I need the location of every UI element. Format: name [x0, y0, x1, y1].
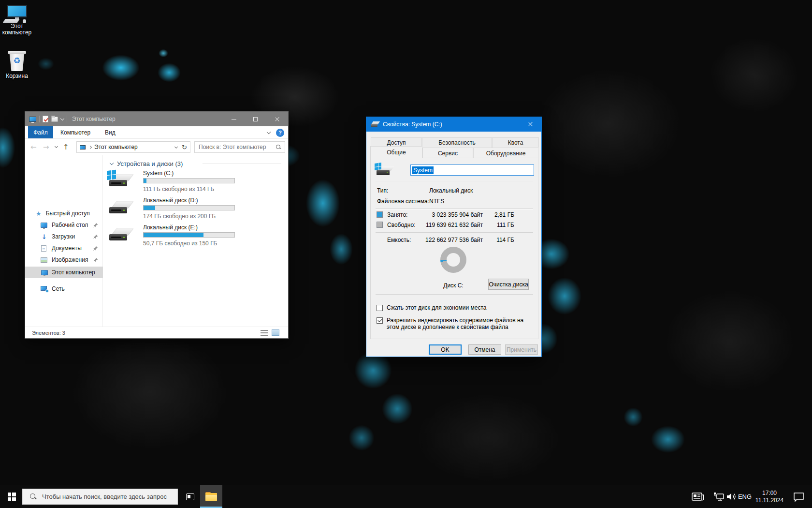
cancel-button[interactable]: Отмена: [468, 344, 501, 355]
sidebar-item-documents[interactable]: Документы: [25, 242, 103, 254]
properties-icon[interactable]: [43, 116, 48, 122]
disk-label: Диск C:: [429, 282, 478, 289]
task-view-button[interactable]: [179, 485, 201, 508]
capacity-bytes: 122 662 977 536 байт: [419, 237, 483, 243]
tab-row-front: Общие Сервис Оборудование: [370, 148, 538, 158]
minimize-button[interactable]: [223, 112, 245, 126]
network-button[interactable]: [712, 485, 726, 508]
volume-name-input[interactable]: System: [410, 164, 534, 176]
up-icon[interactable]: ↑: [63, 144, 69, 151]
hard-drive-icon: [109, 174, 131, 190]
menu-file[interactable]: Файл: [28, 126, 53, 138]
allow-indexing-checkbox[interactable]: [377, 317, 383, 324]
used-size: 2,81 ГБ: [485, 211, 514, 218]
tab-quota[interactable]: Квота: [492, 137, 539, 148]
filesystem-value: NTFS: [429, 198, 444, 205]
forward-icon[interactable]: →: [43, 144, 49, 151]
drive-usage-bar: [143, 205, 235, 210]
clock-date: 11.11.2024: [750, 497, 789, 504]
filesystem-label: Файловая система:: [377, 198, 429, 205]
tab-security[interactable]: Безопасность: [422, 137, 492, 148]
thumbnails-view-icon[interactable]: [272, 329, 279, 336]
free-bytes: 119 639 621 632 байт: [419, 222, 483, 228]
help-icon[interactable]: ?: [276, 129, 284, 137]
explorer-search-input[interactable]: [195, 142, 285, 152]
action-center-icon: [793, 492, 804, 502]
drive-usage-bar: [143, 232, 235, 238]
windows-start-icon: [8, 493, 16, 501]
drive-item-d[interactable]: Локальный диск (D:) 174 ГБ свободно из 2…: [109, 197, 274, 222]
drive-item-c[interactable]: System (C:) 111 ГБ свободно из 114 ГБ: [109, 170, 274, 195]
drive-free-space: 50,7 ГБ свободно из 150 ГБ: [143, 240, 218, 247]
menu-computer[interactable]: Компьютер: [53, 126, 98, 138]
separator: [376, 232, 533, 233]
ok-button[interactable]: OK: [429, 344, 462, 355]
sidebar-item-quick-access[interactable]: ★ Быстрый доступ: [25, 208, 103, 219]
apply-button[interactable]: Применить: [505, 344, 538, 355]
refresh-icon[interactable]: ↻: [182, 144, 187, 151]
desktop-icon-recycle-bin[interactable]: ♻ Корзина: [0, 51, 33, 79]
news-widget-button[interactable]: [690, 485, 706, 508]
sidebar-item-this-pc[interactable]: Этот компьютер: [25, 267, 103, 278]
explorer-search-box[interactable]: [194, 141, 285, 153]
sidebar-item-network[interactable]: Сеть: [25, 283, 103, 295]
collapse-group-chevron-icon[interactable]: [110, 161, 114, 165]
properties-dialog: Свойства: System (C:) Доступ Безопасност…: [366, 117, 542, 357]
tab-hardware[interactable]: Оборудование: [473, 148, 538, 158]
action-center-button[interactable]: [791, 485, 806, 508]
compress-drive-checkbox[interactable]: [377, 305, 383, 311]
tab-page-general: System Тип: Локальный диск Файловая сист…: [370, 158, 538, 339]
computer-icon: [29, 117, 36, 122]
address-dropdown-chevron-icon[interactable]: [174, 145, 178, 148]
tab-tools[interactable]: Сервис: [422, 148, 473, 158]
used-label: Занято:: [387, 211, 407, 218]
drive-item-e[interactable]: Локальный диск (E:) 50,7 ГБ свободно из …: [109, 224, 274, 249]
picture-icon: [41, 257, 47, 263]
address-bar[interactable]: Этот компьютер ↻: [76, 141, 190, 153]
sidebar-item-downloads[interactable]: ↓ Загрузки: [25, 231, 103, 242]
back-icon[interactable]: ←: [30, 144, 37, 151]
dialog-titlebar[interactable]: Свойства: System (C:): [366, 117, 541, 132]
sidebar-item-pictures[interactable]: Изображения: [25, 254, 103, 266]
drive-usage-bar: [143, 178, 235, 183]
taskbar-search-input[interactable]: [23, 489, 177, 504]
maximize-button[interactable]: [245, 112, 266, 126]
sidebar-item-desktop[interactable]: Рабочий стол: [25, 219, 103, 231]
customize-toolbar-chevron-icon[interactable]: [60, 117, 64, 120]
type-value: Локальный диск: [429, 187, 473, 194]
taskbar-search-box[interactable]: [22, 489, 178, 505]
sidebar-item-label: Рабочий стол: [52, 222, 88, 228]
quick-access-toolbar: [25, 116, 67, 122]
breadcrumb[interactable]: Этот компьютер: [94, 144, 175, 150]
hard-drive-icon: [109, 228, 131, 244]
dialog-close-button[interactable]: [520, 117, 541, 131]
group-header-rule: [203, 164, 281, 164]
drive-free-space: 174 ГБ свободно из 200 ГБ: [143, 213, 216, 220]
menu-view[interactable]: Вид: [98, 126, 123, 138]
star-icon: ★: [36, 210, 42, 217]
start-button[interactable]: [0, 485, 23, 508]
expand-ribbon-chevron-icon[interactable]: [267, 130, 271, 134]
drive-name: Локальный диск (D:): [143, 197, 198, 204]
desktop-icon-label: Этот компьютер: [0, 23, 33, 36]
taskbar: ENG 17:00 11.11.2024: [0, 485, 812, 508]
recent-locations-chevron-icon[interactable]: [55, 145, 58, 148]
tab-general[interactable]: Общие: [370, 146, 422, 158]
allow-indexing-label: Разрешить индексировать содержимое файло…: [387, 317, 533, 330]
desktop-icon-this-pc[interactable]: Этот компьютер: [0, 5, 33, 36]
file-explorer-taskbar-button[interactable]: [200, 485, 222, 508]
selected-text: System: [412, 166, 434, 174]
close-button[interactable]: [266, 112, 288, 126]
explorer-titlebar[interactable]: Этот компьютер: [25, 112, 288, 126]
explorer-statusbar: Элементов: 3: [25, 327, 288, 338]
sidebar-item-label: Изображения: [52, 256, 88, 263]
free-label: Свободно:: [387, 222, 416, 228]
details-view-icon[interactable]: [261, 330, 268, 336]
volume-button[interactable]: [725, 485, 738, 508]
breadcrumb-chevron-icon[interactable]: [88, 145, 92, 149]
new-folder-icon[interactable]: [51, 117, 58, 122]
taskbar-clock[interactable]: 17:00 11.11.2024: [750, 485, 789, 508]
group-header-devices-and-drives[interactable]: Устройства и диски (3): [110, 160, 183, 167]
maximize-icon: [253, 117, 258, 121]
disk-cleanup-button[interactable]: Очистка диска: [488, 279, 529, 290]
